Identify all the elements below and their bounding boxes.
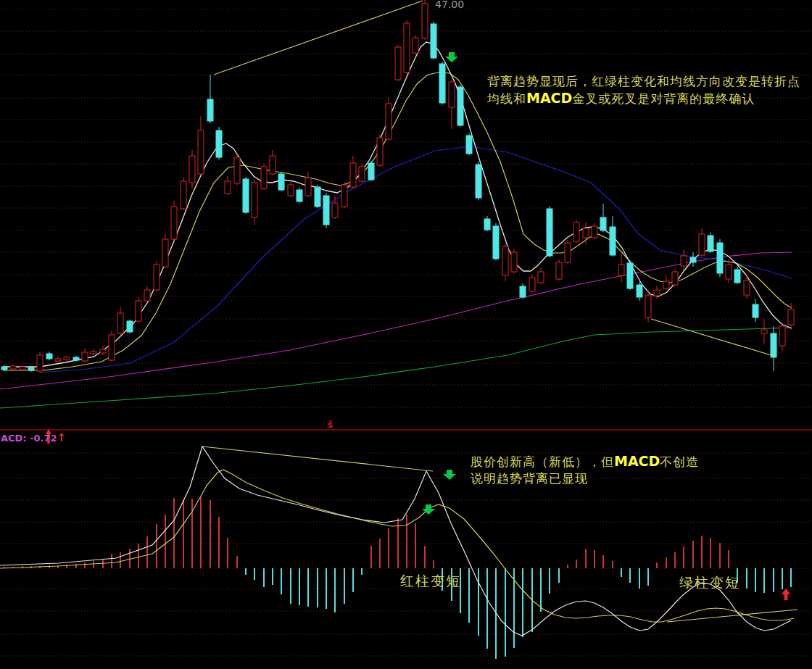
candle-body (645, 296, 651, 317)
candle-body (726, 265, 732, 279)
candle-body (359, 167, 365, 181)
candle-body (439, 64, 445, 103)
ma-line-blue (40, 146, 792, 373)
macd-note-annotation: 股价创新高（新低），但MACD不创造 说明趋势背离已显现 (471, 453, 699, 487)
candle-body (127, 321, 133, 332)
candle-body (618, 265, 624, 275)
candle-body (234, 157, 240, 183)
candle-body (484, 219, 490, 230)
candle-body (627, 263, 633, 288)
candle-body (547, 209, 552, 256)
candle-body (502, 246, 508, 275)
candle-body (243, 179, 249, 212)
candle-body (529, 278, 535, 291)
candle-body (520, 286, 526, 297)
candle-body (46, 354, 52, 359)
candle-body (216, 130, 222, 157)
candle-body (109, 335, 115, 360)
candle-body (332, 203, 338, 217)
trendline (202, 446, 433, 471)
candle-body (305, 178, 311, 196)
candle-body (278, 174, 284, 190)
divergence-line2: 均线和MACD金叉或死叉是对背离的最终确认 (487, 90, 800, 107)
candle-body (583, 228, 589, 238)
candle-body (55, 359, 61, 361)
candle-body (457, 87, 463, 125)
candle-body (37, 355, 43, 371)
candle-body (565, 243, 571, 262)
candle-body (708, 236, 713, 252)
trendline (214, 1, 423, 75)
candle-body (136, 301, 141, 321)
candle-body (162, 239, 168, 267)
macd-keyword: MACD (526, 90, 572, 106)
macd-note-line2: 说明趋势背离已显现 (471, 470, 699, 487)
candle-body (404, 23, 410, 72)
candle-body (761, 330, 767, 333)
trendline (651, 319, 776, 357)
candle-body (28, 367, 34, 370)
candle-body (171, 207, 177, 239)
candle-body (73, 357, 79, 360)
macd-dea-line (0, 470, 794, 622)
candle-body (225, 181, 231, 194)
candle-body (573, 223, 579, 241)
candle-body (476, 165, 481, 198)
green-bars-shorter-label: 绿柱变短 (679, 573, 740, 592)
candle-body (592, 226, 597, 238)
candle-body (413, 38, 418, 53)
candle-body (788, 309, 794, 325)
candle-body (654, 290, 660, 296)
candle-body (261, 167, 267, 188)
candle-body (10, 366, 16, 369)
candle-body (252, 183, 257, 217)
candle-body (288, 185, 294, 196)
candle-body (100, 349, 106, 353)
candle-body (144, 290, 150, 301)
candle-body (270, 156, 276, 174)
candle-body (154, 265, 160, 290)
macd-up-arrow-icon: ↑ (57, 431, 67, 444)
candle-body (690, 257, 696, 262)
candle-body (717, 243, 723, 273)
candle-body (779, 326, 785, 346)
candle-body (699, 234, 705, 255)
candle-body (511, 252, 517, 272)
macd-keyword: MACD (614, 453, 660, 469)
candle-body (64, 357, 70, 360)
candle-body (20, 367, 25, 370)
candle-body (449, 82, 455, 107)
candle-body (181, 181, 186, 209)
candle-body (198, 130, 204, 174)
candle-body (600, 217, 606, 230)
candle-body (744, 281, 750, 295)
ma-line-green (0, 328, 792, 408)
divergence-annotation: 背离趋势显现后，红绿柱变化和均线方向改变是转折点 均线和MACD金叉或死叉是对背… (487, 73, 800, 107)
price-peak-label: 47.00 (435, 0, 464, 10)
candle-body (422, 4, 428, 38)
divider-marker: ŝ (328, 420, 333, 430)
up-arrow-icon (782, 589, 791, 600)
candle-body (734, 270, 740, 283)
candle-body (493, 226, 499, 259)
candle-body (395, 47, 401, 80)
candle-body (341, 185, 347, 207)
stock-chart-screen: 47.00 背离趋势显现后，红绿柱变化和均线方向改变是转折点 均线和MACD金叉… (0, 0, 812, 669)
candle-body (189, 156, 195, 183)
candle-body (297, 190, 302, 201)
candle-body (315, 187, 320, 207)
candle-body (681, 256, 687, 266)
candle-body (663, 281, 669, 288)
red-bars-shorter-label: 红柱变短 (400, 572, 461, 591)
candle-body (771, 333, 776, 357)
macd-note-line1: 股价创新高（新低），但MACD不创造 (471, 453, 699, 470)
candle-body (431, 24, 436, 58)
candle-body (377, 138, 383, 165)
candle-body (323, 196, 329, 225)
candle-body (117, 313, 123, 333)
candle-body (610, 227, 616, 255)
divergence-line1: 背离趋势显现后，红绿柱变化和均线方向改变是转折点 (487, 73, 800, 90)
candle-body (91, 352, 96, 354)
candle-body (82, 352, 88, 361)
candle-body (556, 262, 562, 279)
